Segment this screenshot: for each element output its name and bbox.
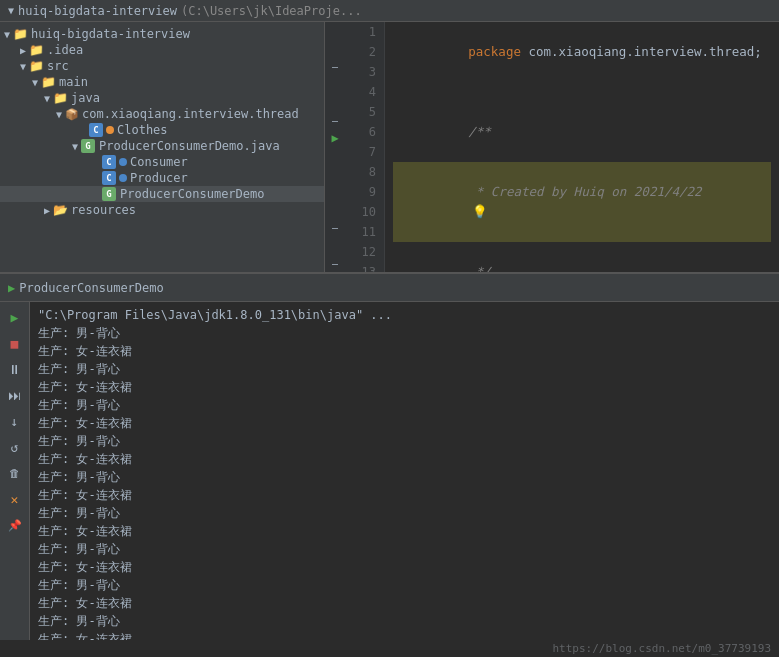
- tree-item-idea[interactable]: ▶ 📁 .idea: [0, 42, 324, 58]
- clear-button[interactable]: 🗑: [4, 462, 26, 484]
- tree-label: resources: [71, 203, 136, 217]
- console-line-12: 生产: 女-连衣裙: [38, 522, 771, 540]
- console-line-3: 生产: 男-背心: [38, 360, 771, 378]
- bottom-content: ▶ ■ ⏸ ⏭ ↓ ↺ 🗑 ✕ 📌 "C:\Program Files\Java…: [0, 302, 779, 640]
- project-name: huiq-bigdata-interview: [18, 4, 177, 18]
- class-g-icon: G: [81, 139, 95, 153]
- line-numbers: 1 2 3 4 5 6 7 8 9 10 11 12 13 14: [345, 22, 385, 272]
- run-tab-bar: ▶ ProducerConsumerDemo: [0, 274, 779, 302]
- code-line-1: package com.xiaoqiang.interview.thread;: [393, 22, 771, 82]
- folder-icon: 📁: [29, 59, 44, 73]
- gutter-cell-14: –: [332, 254, 338, 272]
- tree-label: Consumer: [130, 155, 188, 169]
- project-path: (C:\Users\jk\IdeaProje...: [181, 4, 362, 18]
- folder-icon: 📁: [53, 91, 68, 105]
- title-bar: ▼ huiq-bigdata-interview (C:\Users\jk\Id…: [0, 0, 779, 22]
- main-area: ▼ 📁 huiq-bigdata-interview ▶ 📁 .idea ▼ 📁…: [0, 22, 779, 272]
- rerun-button[interactable]: ↺: [4, 436, 26, 458]
- console-line-13: 生产: 男-背心: [38, 540, 771, 558]
- collapse-icon[interactable]: –: [332, 61, 338, 72]
- collapse-icon-12[interactable]: –: [332, 222, 338, 233]
- gutter-cell-6: –: [332, 111, 338, 129]
- tree-item-producerconsumerdemo-inner[interactable]: G ProducerConsumerDemo: [0, 186, 324, 202]
- code-line-3: /**: [393, 102, 771, 162]
- console-line-6: 生产: 女-连衣裙: [38, 414, 771, 432]
- tree-item-clothes[interactable]: C Clothes: [0, 122, 324, 138]
- console-line-14: 生产: 女-连衣裙: [38, 558, 771, 576]
- code-view: – – ▶ – –: [325, 22, 779, 272]
- code-content[interactable]: package com.xiaoqiang.interview.thread; …: [385, 22, 779, 272]
- expand-icon: ▼: [56, 109, 62, 120]
- blue-dot-icon: [119, 171, 130, 185]
- code-line-4: * Created by Huiq on 2021/4/22 💡: [393, 162, 771, 242]
- expand-icon: ▼: [20, 61, 26, 72]
- console-line-4: 生产: 女-连衣裙: [38, 378, 771, 396]
- run-gutter-icon[interactable]: ▶: [331, 131, 338, 145]
- tree-label: com.xiaoqiang.interview.thread: [82, 107, 299, 121]
- tree-label: ProducerConsumerDemo.java: [99, 139, 280, 153]
- tree-label: Producer: [130, 171, 188, 185]
- console-line-16: 生产: 女-连衣裙: [38, 594, 771, 612]
- expand-icon: ▼: [8, 5, 14, 16]
- console-line-7: 生产: 男-背心: [38, 432, 771, 450]
- tree-label: huiq-bigdata-interview: [31, 27, 190, 41]
- console-output[interactable]: "C:\Program Files\Java\jdk1.8.0_131\bin\…: [30, 302, 779, 640]
- console-line-10: 生产: 女-连衣裙: [38, 486, 771, 504]
- gutter-cell-3: –: [332, 58, 338, 76]
- console-line-11: 生产: 男-背心: [38, 504, 771, 522]
- expand-icon: ▼: [44, 93, 50, 104]
- tree-label: Clothes: [117, 123, 168, 137]
- step-button[interactable]: ↓: [4, 410, 26, 432]
- settings-button[interactable]: ✕: [4, 488, 26, 510]
- code-line-2: [393, 82, 771, 102]
- tree-item-resources[interactable]: ▶ 📂 resources: [0, 202, 324, 218]
- pause-button[interactable]: ⏸: [4, 358, 26, 380]
- blue-dot-icon: [119, 155, 130, 169]
- tree-item-producer[interactable]: C Producer: [0, 170, 324, 186]
- bottom-panel: ▶ ProducerConsumerDemo ▶ ■ ⏸ ⏭ ↓ ↺ 🗑 ✕ 📌…: [0, 272, 779, 657]
- collapse-icon-6[interactable]: –: [332, 115, 338, 126]
- tree-item-src[interactable]: ▼ 📁 src: [0, 58, 324, 74]
- console-line-cmd: "C:\Program Files\Java\jdk1.8.0_131\bin\…: [38, 306, 771, 324]
- class-icon: C: [102, 155, 116, 169]
- console-line-17: 生产: 男-背心: [38, 612, 771, 630]
- pin-button[interactable]: 📌: [4, 514, 26, 536]
- class-icon: C: [89, 123, 103, 137]
- file-tree: ▼ 📁 huiq-bigdata-interview ▶ 📁 .idea ▼ 📁…: [0, 22, 325, 272]
- console-line-9: 生产: 男-背心: [38, 468, 771, 486]
- class-g-icon: G: [102, 187, 116, 201]
- orange-dot-icon: [106, 123, 117, 137]
- expand-icon: ▼: [72, 141, 78, 152]
- tree-label: src: [47, 59, 69, 73]
- folder-icon: 📁: [41, 75, 56, 89]
- tree-item-project-root[interactable]: ▼ 📁 huiq-bigdata-interview: [0, 26, 324, 42]
- folder-icon: 📁: [29, 43, 44, 57]
- collapse-icon-14[interactable]: –: [332, 258, 338, 269]
- stop-button[interactable]: ■: [4, 332, 26, 354]
- tree-item-producerconsumerdemo-file[interactable]: ▼ G ProducerConsumerDemo.java: [0, 138, 324, 154]
- tree-item-main[interactable]: ▼ 📁 main: [0, 74, 324, 90]
- play-button[interactable]: ▶: [4, 306, 26, 328]
- url-text: https://blog.csdn.net/m0_37739193: [552, 642, 771, 655]
- gutter-icons: – – ▶ – –: [325, 22, 345, 272]
- console-line-18: 生产: 女-连衣裙: [38, 630, 771, 640]
- class-icon: C: [102, 171, 116, 185]
- gutter-cell-12: –: [332, 218, 338, 236]
- expand-icon: ▼: [4, 29, 10, 40]
- tree-label: java: [71, 91, 100, 105]
- console-line-5: 生产: 男-背心: [38, 396, 771, 414]
- tree-item-java[interactable]: ▼ 📁 java: [0, 90, 324, 106]
- side-toolbar: ▶ ■ ⏸ ⏭ ↓ ↺ 🗑 ✕ 📌: [0, 302, 30, 640]
- editor-area: – – ▶ – –: [325, 22, 779, 272]
- expand-icon: ▶: [44, 205, 50, 216]
- tree-item-consumer[interactable]: C Consumer: [0, 154, 324, 170]
- url-bar: https://blog.csdn.net/m0_37739193: [0, 640, 779, 657]
- resume-button[interactable]: ⏭: [4, 384, 26, 406]
- resources-icon: 📂: [53, 203, 68, 217]
- code-line-5: */: [393, 242, 771, 272]
- console-line-15: 生产: 男-背心: [38, 576, 771, 594]
- tree-label: ProducerConsumerDemo: [120, 187, 265, 201]
- run-tab[interactable]: ▶ ProducerConsumerDemo: [8, 281, 164, 295]
- expand-icon: ▼: [32, 77, 38, 88]
- tree-item-package[interactable]: ▼ 📦 com.xiaoqiang.interview.thread: [0, 106, 324, 122]
